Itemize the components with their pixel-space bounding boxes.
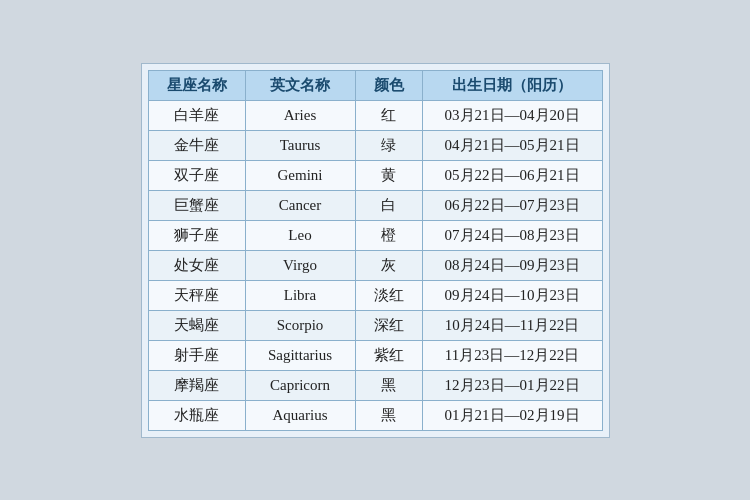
cell-english: Libra	[245, 280, 355, 310]
cell-dates: 05月22日—06月21日	[422, 160, 602, 190]
cell-color: 红	[355, 100, 422, 130]
cell-color: 黑	[355, 370, 422, 400]
cell-chinese: 金牛座	[148, 130, 245, 160]
cell-dates: 01月21日—02月19日	[422, 400, 602, 430]
cell-dates: 10月24日—11月22日	[422, 310, 602, 340]
cell-english: Aquarius	[245, 400, 355, 430]
table-row: 天蝎座Scorpio深红10月24日—11月22日	[148, 310, 602, 340]
cell-english: Sagittarius	[245, 340, 355, 370]
table-row: 射手座Sagittarius紫红11月23日—12月22日	[148, 340, 602, 370]
cell-chinese: 狮子座	[148, 220, 245, 250]
cell-chinese: 双子座	[148, 160, 245, 190]
cell-chinese: 摩羯座	[148, 370, 245, 400]
cell-color: 灰	[355, 250, 422, 280]
cell-english: Aries	[245, 100, 355, 130]
table-row: 天秤座Libra淡红09月24日—10月23日	[148, 280, 602, 310]
header-chinese: 星座名称	[148, 70, 245, 100]
header-date: 出生日期（阳历）	[422, 70, 602, 100]
table-row: 巨蟹座Cancer白06月22日—07月23日	[148, 190, 602, 220]
cell-english: Capricorn	[245, 370, 355, 400]
cell-dates: 06月22日—07月23日	[422, 190, 602, 220]
zodiac-table: 星座名称 英文名称 颜色 出生日期（阳历） 白羊座Aries红03月21日—04…	[148, 70, 603, 431]
cell-color: 淡红	[355, 280, 422, 310]
table-row: 水瓶座Aquarius黑01月21日—02月19日	[148, 400, 602, 430]
table-row: 金牛座Taurus绿04月21日—05月21日	[148, 130, 602, 160]
table-row: 白羊座Aries红03月21日—04月20日	[148, 100, 602, 130]
table-body: 白羊座Aries红03月21日—04月20日金牛座Taurus绿04月21日—0…	[148, 100, 602, 430]
cell-color: 白	[355, 190, 422, 220]
cell-chinese: 天蝎座	[148, 310, 245, 340]
table-header-row: 星座名称 英文名称 颜色 出生日期（阳历）	[148, 70, 602, 100]
cell-dates: 09月24日—10月23日	[422, 280, 602, 310]
cell-color: 黄	[355, 160, 422, 190]
cell-color: 黑	[355, 400, 422, 430]
cell-english: Cancer	[245, 190, 355, 220]
cell-english: Virgo	[245, 250, 355, 280]
cell-dates: 04月21日—05月21日	[422, 130, 602, 160]
cell-english: Leo	[245, 220, 355, 250]
cell-color: 深红	[355, 310, 422, 340]
cell-dates: 08月24日—09月23日	[422, 250, 602, 280]
cell-chinese: 水瓶座	[148, 400, 245, 430]
table-row: 摩羯座Capricorn黑12月23日—01月22日	[148, 370, 602, 400]
table-row: 狮子座Leo橙07月24日—08月23日	[148, 220, 602, 250]
cell-chinese: 射手座	[148, 340, 245, 370]
cell-chinese: 天秤座	[148, 280, 245, 310]
header-english: 英文名称	[245, 70, 355, 100]
header-color: 颜色	[355, 70, 422, 100]
table-row: 处女座Virgo灰08月24日—09月23日	[148, 250, 602, 280]
cell-english: Gemini	[245, 160, 355, 190]
cell-color: 绿	[355, 130, 422, 160]
cell-dates: 12月23日—01月22日	[422, 370, 602, 400]
cell-english: Scorpio	[245, 310, 355, 340]
table-row: 双子座Gemini黄05月22日—06月21日	[148, 160, 602, 190]
cell-color: 橙	[355, 220, 422, 250]
zodiac-table-container: 星座名称 英文名称 颜色 出生日期（阳历） 白羊座Aries红03月21日—04…	[141, 63, 610, 438]
cell-english: Taurus	[245, 130, 355, 160]
cell-dates: 11月23日—12月22日	[422, 340, 602, 370]
cell-dates: 03月21日—04月20日	[422, 100, 602, 130]
cell-color: 紫红	[355, 340, 422, 370]
cell-chinese: 处女座	[148, 250, 245, 280]
cell-chinese: 巨蟹座	[148, 190, 245, 220]
cell-chinese: 白羊座	[148, 100, 245, 130]
cell-dates: 07月24日—08月23日	[422, 220, 602, 250]
